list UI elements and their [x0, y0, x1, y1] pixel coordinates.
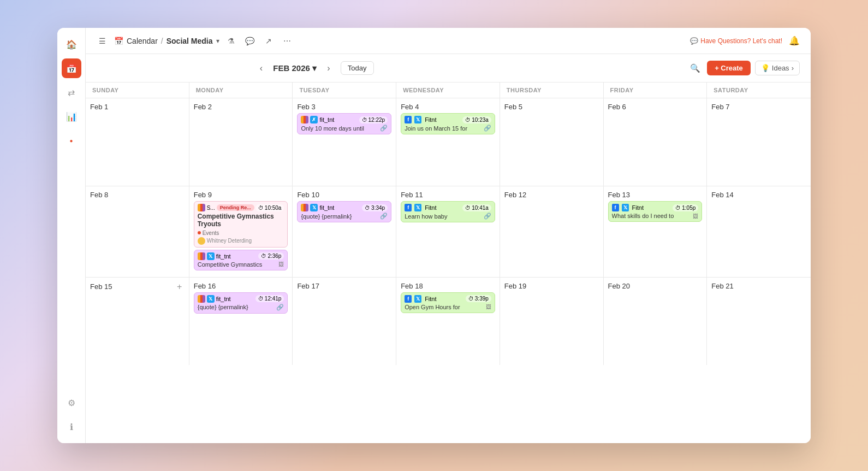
event-account: f 𝕏 Fitnt [405, 295, 436, 303]
menu-button[interactable]: ☰ [94, 33, 110, 49]
day-headers: SUNDAY MONDAY TUESDAY WEDNESDAY THURSDAY… [86, 83, 811, 98]
day-number: Feb 3 [297, 103, 391, 111]
day-cell-feb15: Feb 15 + [86, 278, 189, 365]
sidebar-item-analytics[interactable]: 📊 [62, 107, 81, 126]
event-card[interactable]: 𝕏 fit_tnt ⏱ 2:36p Competitive Gymnastics [194, 250, 288, 270]
breadcrumb-chevron-icon[interactable]: ▾ [216, 37, 219, 45]
day-number: Feb 9 [194, 191, 288, 199]
day-number: Feb 18 [401, 282, 495, 290]
sidebar: 🏠 📅 ⇄ 📊 ● ⚙ ℹ [57, 28, 86, 443]
day-number: Feb 20 [608, 282, 703, 290]
main-content: ☰ 📅 Calendar / Social Media ▾ ⚗ 💬 ↗ ⋯ 💬 … [86, 28, 811, 443]
day-cell-feb18: Feb 18 f 𝕏 Fitnt ⏱ [396, 278, 500, 365]
day-date-label: Feb 5 [504, 103, 522, 111]
topbar-actions: ⚗ 💬 ↗ ⋯ [224, 33, 295, 49]
day-number: Feb 17 [297, 282, 391, 290]
event-header: 𝕏 fit_tnt ⏱ 3:34p [301, 204, 388, 211]
day-header-thursday: THURSDAY [500, 83, 604, 98]
link-icon: 🔗 [276, 304, 284, 311]
weeks-container: Feb 1 Feb 2 Feb 3 [86, 98, 811, 365]
add-event-button[interactable]: + [175, 282, 185, 292]
event-card[interactable]: f 𝕏 Fitnt ⏱ 3:39p Open Gym Hou [401, 292, 495, 313]
sidebar-item-settings[interactable]: ⚙ [62, 393, 81, 413]
sidebar-item-help[interactable]: ℹ [62, 417, 81, 437]
day-date-label: Feb 2 [194, 103, 212, 111]
link-icon: 🔗 [484, 213, 491, 220]
more-options-button[interactable]: ⋯ [280, 33, 295, 49]
event-header: 𝕏 fit_tnt ⏱ 2:36p [198, 252, 284, 260]
platform-stripe-icon [301, 116, 308, 123]
day-cell-feb20: Feb 20 [604, 278, 708, 365]
event-text: Join us on March 15 for [405, 125, 482, 132]
event-header: 𝕏 fit_tnt ⏱ 12:41p [198, 295, 284, 303]
help-link[interactable]: 💬 Have Questions? Let's chat! [690, 37, 782, 45]
event-body: Only 10 more days until 🔗 [301, 125, 388, 132]
event-author: Whitney Deterding [198, 237, 284, 245]
image-icon: 🖼 [693, 213, 698, 219]
platform-tw-icon: 𝕏 [414, 295, 421, 303]
event-text: Only 10 more days until [301, 125, 378, 132]
ideas-button[interactable]: 💡 Ideas › [755, 61, 800, 75]
day-cell-feb11: Feb 11 f 𝕏 Fitnt ⏱ [396, 186, 500, 277]
clock-icon: ⏱ [365, 205, 370, 211]
day-date-label: Feb 16 [194, 282, 216, 290]
event-header: f 𝕏 Fitnt ⏱ 10:23a [405, 116, 491, 123]
account-name: fit_tnt [319, 204, 334, 211]
day-cell-feb1: Feb 1 [86, 98, 189, 186]
event-card[interactable]: f 𝕏 Fitnt ⏱ 10:23a Join us on [401, 113, 495, 134]
today-button[interactable]: Today [341, 61, 374, 75]
comment-button[interactable]: 💬 [242, 33, 258, 49]
event-account: ✗ fit_tnt [301, 116, 334, 123]
image-icon: 🖼 [486, 304, 491, 310]
sidebar-item-shuffle[interactable]: ⇄ [62, 83, 81, 102]
share-button[interactable]: ↗ [261, 33, 276, 49]
event-time: ⏱ 3:34p [362, 204, 388, 211]
prev-month-button[interactable]: ‹ [253, 61, 269, 76]
day-cell-feb10: Feb 10 𝕏 fit_tnt ⏱ [293, 186, 396, 277]
breadcrumb-section: Social Media [167, 37, 213, 45]
account-name: fit_tnt [216, 253, 231, 260]
sidebar-item-home[interactable]: 🏠 [62, 34, 81, 54]
filter-button[interactable]: ⚗ [224, 33, 239, 49]
event-card[interactable]: f 𝕏 Fitnt ⏱ 1:05p What skills [608, 201, 703, 222]
event-card[interactable]: f 𝕏 Fitnt ⏱ 10:41a Learn how b [401, 201, 495, 222]
event-body: Competitive Gymnastics Tryouts [198, 213, 284, 228]
day-cell-feb19: Feb 19 [500, 278, 604, 365]
event-card[interactable]: 𝕏 fit_tnt ⏱ 12:41p {quote} {permalink} [194, 292, 288, 314]
sidebar-item-calendar[interactable]: 📅 [62, 58, 81, 78]
day-cell-feb8: Feb 8 [86, 186, 189, 277]
notification-bell-icon[interactable]: 🔔 [787, 33, 802, 49]
event-body: Learn how baby 🔗 [405, 213, 491, 220]
time-value: 12:41p [265, 296, 282, 302]
platform-tw-icon: 𝕏 [414, 116, 421, 123]
image-icon: 🖼 [278, 261, 284, 267]
event-account: 𝕏 fit_tnt [301, 204, 334, 211]
day-number: Feb 10 [297, 191, 391, 199]
event-text: Open Gym Hours for [405, 304, 486, 310]
day-cell-feb7: Feb 7 [707, 98, 811, 186]
breadcrumb: 📅 Calendar / Social Media ▾ [114, 37, 219, 45]
search-button[interactable]: 🔍 [687, 61, 703, 76]
calendar-navigation: ‹ FEB 2026 ▾ › Today [253, 61, 373, 76]
event-body: Competitive Gymnastics 🖼 [198, 261, 284, 268]
create-button[interactable]: + Create [707, 61, 751, 75]
day-date-label: Feb 8 [90, 191, 108, 199]
event-card-pending[interactable]: S... Pending Re... ⏱ 10:50a Competitive … [194, 201, 288, 248]
topbar: ☰ 📅 Calendar / Social Media ▾ ⚗ 💬 ↗ ⋯ 💬 … [86, 28, 811, 54]
day-cell-feb3: Feb 3 ✗ fit_tnt ⏱ [293, 98, 396, 186]
day-number: Feb 12 [504, 191, 599, 199]
day-cell-feb4: Feb 4 f 𝕏 Fitnt ⏱ [396, 98, 500, 186]
event-card[interactable]: ✗ fit_tnt ⏱ 12:22p Only 10 more days unt… [297, 113, 391, 134]
time-value: 1:05p [682, 205, 695, 211]
event-text: What skills do I need to [612, 213, 693, 219]
author-name: Whitney Deterding [207, 238, 252, 244]
event-card[interactable]: 𝕏 fit_tnt ⏱ 3:34p {quote} {permalink} [297, 201, 391, 222]
event-header: S... Pending Re... ⏱ 10:50a [198, 204, 284, 211]
month-year-display[interactable]: FEB 2026 ▾ [273, 63, 317, 73]
account-name: Fitnt [425, 204, 436, 211]
day-header-monday: MONDAY [189, 83, 293, 98]
day-date-label: Feb 19 [504, 282, 526, 290]
sidebar-item-dot[interactable]: ● [62, 131, 81, 150]
next-month-button[interactable]: › [321, 61, 336, 76]
calendar-header: ‹ FEB 2026 ▾ › Today 🔍 + Create 💡 Ideas … [86, 54, 811, 83]
